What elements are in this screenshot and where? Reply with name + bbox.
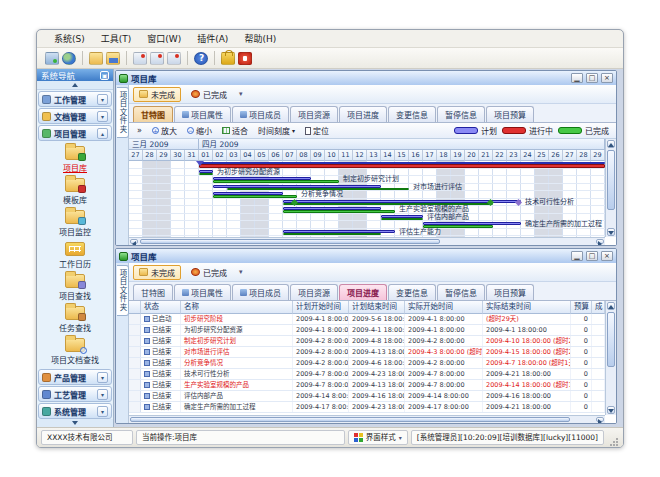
mail2-icon[interactable] <box>150 52 164 65</box>
chevron-down-icon[interactable]: ▾ <box>239 90 243 98</box>
maximize-button[interactable]: □ <box>586 251 598 261</box>
sidebar-item-项目监控[interactable]: 项目监控 <box>37 208 113 240</box>
table-hscrollbar[interactable] <box>129 415 605 423</box>
chevron-down-icon[interactable]: ▾ <box>97 94 108 105</box>
sidebar-group-项目管理[interactable]: 项目管理▴ <box>38 125 112 141</box>
table-row[interactable]: 已结束制定初步研究计划2009-4-2 8:00:002009-4-8 18:0… <box>129 336 605 347</box>
tab-项目资源[interactable]: 项目资源 <box>290 284 338 300</box>
table-row[interactable]: 已结束生产实验室规模的产品2009-4-7 8:00:002009-4-13 1… <box>129 380 605 391</box>
sidebar-item-模板库[interactable]: 模板库 <box>37 176 113 208</box>
tool-适合-button[interactable]: 适合 <box>218 124 252 137</box>
tab-变更信息[interactable]: 变更信息 <box>388 106 436 122</box>
tab-甘特图[interactable]: 甘特图 <box>133 284 173 300</box>
sidebar-group-系统管理[interactable]: 系统管理▾ <box>38 403 112 419</box>
filter-已完成-button[interactable]: 已完成 <box>185 87 233 102</box>
sidebar-group-工艺管理[interactable]: 工艺管理▾ <box>38 386 112 402</box>
close-button[interactable]: × <box>601 251 613 261</box>
interface-style-button[interactable]: 界面样式 ▾ <box>348 430 408 445</box>
tool-缩小-button[interactable]: −缩小 <box>183 124 216 137</box>
table-row[interactable]: 已结束确定生产所需的加工过程2009-4-17 8:00:002009-4-23… <box>129 402 605 413</box>
chevron-down-icon[interactable]: ▾ <box>97 406 108 417</box>
sidebar-item-任务查找[interactable]: 任务查找 <box>37 304 113 336</box>
column-header-名称[interactable]: 名称 <box>181 301 293 314</box>
tab-暂停信息[interactable]: 暂停信息 <box>437 284 485 300</box>
gantt-window-titlebar[interactable]: 项目库 ▁ □ × <box>116 71 616 85</box>
column-header-状态[interactable]: 状态 <box>141 301 181 314</box>
column-header-实际开始时间[interactable]: 实际开始时间 <box>405 301 483 314</box>
column-header-selector[interactable] <box>129 301 141 314</box>
menu-item-窗口(W)[interactable]: 窗口(W) <box>140 30 188 47</box>
filter-未完成-button[interactable]: 未完成 <box>133 87 181 102</box>
tab-暂停信息[interactable]: 暂停信息 <box>437 106 485 122</box>
tab-变更信息[interactable]: 变更信息 <box>388 284 436 300</box>
folder-icon[interactable] <box>89 52 103 65</box>
sidebar-group-产品管理[interactable]: 产品管理▾ <box>38 369 112 385</box>
help-icon[interactable] <box>194 52 208 65</box>
sidebar-group-工作管理[interactable]: 工作管理▾ <box>38 91 112 107</box>
tab-项目进度[interactable]: 项目进度 <box>339 284 387 300</box>
tool-时间刻度-button[interactable]: 时间刻度▾ <box>254 124 299 137</box>
sidebar-item-工作日历[interactable]: 工作日历 <box>37 240 113 272</box>
tab-甘特图[interactable]: 甘特图 <box>133 106 173 122</box>
more-tools-button[interactable]: » <box>133 125 146 136</box>
column-header-计划开始时间[interactable]: 计划开始时间 <box>293 301 349 314</box>
menu-item-插件(A)[interactable]: 插件(A) <box>190 30 235 47</box>
monitor-icon[interactable] <box>45 52 59 65</box>
sidebar-scroll-up[interactable] <box>37 81 113 90</box>
tab-项目成员[interactable]: 项目成员 <box>232 284 289 300</box>
chevron-up-icon[interactable]: ▴ <box>97 128 108 139</box>
tool-定位-button[interactable]: 定位 <box>301 124 333 137</box>
close-button[interactable]: × <box>601 73 613 83</box>
exit-icon[interactable] <box>238 52 252 65</box>
maximize-button[interactable]: □ <box>586 73 598 83</box>
table-row[interactable]: 已结束对市场进行评估2009-4-2 8:00:002009-4-13 18:0… <box>129 347 605 358</box>
menu-item-系统(S)[interactable]: 系统(S) <box>47 30 92 47</box>
table-row[interactable]: 已启动初步研究阶段2009-4-1 8:00:002009-5-6 18:00:… <box>129 314 605 325</box>
minimize-button[interactable]: ▁ <box>571 73 583 83</box>
table-row[interactable]: 已结束分析竞争情况2009-4-2 8:00:002009-4-6 18:00:… <box>129 358 605 369</box>
mail3-icon[interactable] <box>167 52 181 65</box>
tab-项目预算[interactable]: 项目预算 <box>486 106 534 122</box>
sidebar-item-项目库[interactable]: 项目库 <box>37 144 113 176</box>
tab-项目预算[interactable]: 项目预算 <box>486 284 534 300</box>
filter-已完成-button[interactable]: 已完成 <box>185 265 233 280</box>
table-vscrollbar[interactable] <box>605 301 616 415</box>
done-bar[interactable] <box>283 233 381 236</box>
gantt-hscrollbar[interactable] <box>129 237 605 245</box>
resize-grip[interactable] <box>609 437 619 447</box>
table-row[interactable]: 已结束为初步研究分配资源2009-4-1 8:00:002009-4-1 18:… <box>129 325 605 336</box>
sidebar-item-项目查找[interactable]: 项目查找 <box>37 272 113 304</box>
column-header-预算[interactable]: 预算 <box>571 301 592 314</box>
done-bar[interactable] <box>199 173 213 176</box>
done-bar[interactable] <box>381 218 423 221</box>
tab-项目属性[interactable]: 项目属性 <box>174 284 231 300</box>
column-header-计划结束时间[interactable]: 计划结束时间 <box>349 301 405 314</box>
menu-item-工具(T)[interactable]: 工具(T) <box>94 30 139 47</box>
tab-项目属性[interactable]: 项目属性 <box>174 106 231 122</box>
mail-icon[interactable] <box>133 52 147 65</box>
tab-项目成员[interactable]: 项目成员 <box>232 106 289 122</box>
pin-icon[interactable]: ▣ <box>100 71 109 80</box>
table-row[interactable]: 已结束评估内部产品2009-4-14 8:00:002009-4-16 18:0… <box>129 391 605 402</box>
table-window-titlebar[interactable]: 项目库 ▁ □ × <box>116 249 616 263</box>
table-row[interactable]: 已结束技术可行性分析2009-4-7 8:00:002009-4-23 18:0… <box>129 369 605 380</box>
sidebar-item-项目文档查找[interactable]: 项目文档查找 <box>37 336 113 368</box>
sidebar-group-文档管理[interactable]: 文档管理▾ <box>38 108 112 124</box>
chevron-down-icon[interactable]: ▾ <box>97 389 108 400</box>
tab-项目进度[interactable]: 项目进度 <box>339 106 387 122</box>
menu-item-帮助(H)[interactable]: 帮助(H) <box>237 30 283 47</box>
chevron-down-icon[interactable]: ▾ <box>97 111 108 122</box>
done-bar[interactable] <box>283 210 395 213</box>
sidebar-scroll-down[interactable] <box>37 419 113 427</box>
project-folder-vtab[interactable]: 项目文件夹 <box>117 87 129 138</box>
globe-icon[interactable] <box>62 52 76 65</box>
chevron-down-icon[interactable]: ▾ <box>97 372 108 383</box>
done-bar[interactable] <box>213 180 339 183</box>
column-header-实际结束时间[interactable]: 实际结束时间 <box>483 301 571 314</box>
column-header-成[interactable]: 成 <box>592 301 605 314</box>
done-bar[interactable] <box>213 195 297 198</box>
project-folder-vtab[interactable]: 项目文件夹 <box>117 265 129 316</box>
filter-未完成-button[interactable]: 未完成 <box>133 265 181 280</box>
tab-项目资源[interactable]: 项目资源 <box>290 106 338 122</box>
folder-save-icon[interactable] <box>106 52 120 65</box>
